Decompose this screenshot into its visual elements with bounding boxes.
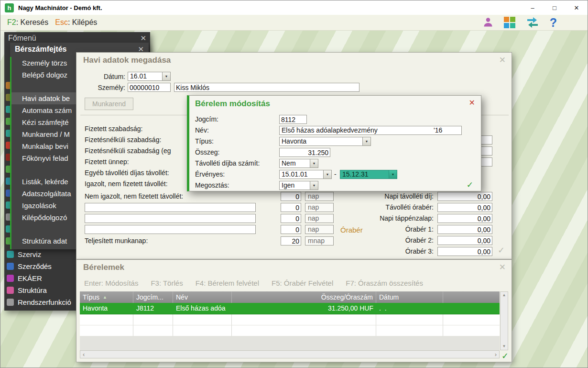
close-icon[interactable]: ✕ (499, 262, 506, 272)
cell-osszeg: 31.250,00 HUF (232, 303, 376, 314)
name-label: Név: (195, 126, 209, 135)
ekaer-icon (7, 275, 14, 282)
header-osszeg[interactable]: Összeg/Óraszám (232, 291, 376, 303)
absence-hourly-input[interactable] (437, 203, 492, 212)
header-label: Típus (83, 291, 99, 303)
scroll-down-icon[interactable]: ▼ (502, 345, 506, 348)
extra-absence-input[interactable] (85, 214, 256, 223)
unit-box: nap (305, 192, 334, 201)
vertical-scrollbar[interactable]: ▲ ▼ (500, 291, 508, 350)
header-nev[interactable]: Név (173, 291, 232, 303)
sickpay-base-input[interactable] (437, 214, 492, 223)
command-delete[interactable]: F3: Törlés (151, 279, 183, 287)
header-tipus[interactable]: Típus ▲ (80, 291, 133, 303)
menubar: F2: Keresés Esc: Kilépés ? (0, 15, 588, 31)
command-add-hourly[interactable]: F5: Órabér Felvétel (272, 279, 333, 287)
sidebar-item-szerzodes[interactable]: Szerződés (4, 260, 86, 272)
hourly-1-input[interactable] (437, 225, 492, 234)
search-label: : Keresés (16, 18, 49, 26)
close-icon[interactable]: ✕ (469, 98, 475, 107)
extra-absence-input[interactable] (85, 225, 256, 234)
sidebar-item-struktura[interactable]: Struktúra (4, 284, 86, 296)
name-input[interactable]: Első házas adóalapkedvezmény '16 (279, 126, 462, 135)
chevron-down-icon[interactable]: ▼ (162, 72, 170, 80)
modules-icon[interactable] (504, 17, 515, 28)
menu-exit[interactable]: Esc: Kilépés (55, 18, 97, 27)
worked-days-input[interactable] (281, 236, 301, 245)
hourly-3-input[interactable] (437, 247, 492, 256)
date-select[interactable]: 16.01 ▼ (128, 72, 171, 81)
command-hours-summary[interactable]: F7: Óraszám összesítés (346, 279, 423, 287)
header-label: Név (176, 291, 188, 303)
menu-search[interactable]: F2: Keresés (7, 18, 48, 27)
sickpay-base-label: Napi táppénzalap: (347, 214, 434, 223)
close-button[interactable]: ✕ (566, 0, 588, 15)
fomenu-close-icon[interactable]: ✕ (140, 34, 146, 43)
name-year-suffix: '16 (434, 126, 442, 134)
type-select[interactable]: Havonta ▼ (279, 137, 371, 146)
confirm-check-icon[interactable]: ✓ (467, 180, 473, 190)
confirm-check-icon[interactable]: ✓ (498, 245, 505, 256)
header-datum[interactable]: Dátum (376, 291, 443, 303)
daily-absence-fee-label: Napi távolléti díj: (347, 192, 434, 201)
command-modify[interactable]: Enter: Módosítás (84, 279, 138, 287)
sidebar-item-szerviz[interactable]: Szerviz (4, 248, 86, 260)
amount-input[interactable] (279, 148, 330, 157)
table-row-selected[interactable]: Havonta J8112 Első házas adóa 31.250,00 … (80, 303, 500, 314)
valid-from-value: 15.01.01 (280, 170, 323, 178)
valid-to-select[interactable]: 15.12.31 ▼ (340, 170, 397, 179)
sync-icon[interactable] (526, 16, 539, 29)
wage-item-modal: Bérelem módosítás ✕ Jogcím: Név: Első há… (187, 95, 481, 191)
minimize-button[interactable]: – (522, 0, 544, 15)
valid-from-select[interactable]: 15.01.01 ▼ (279, 170, 332, 179)
horizontal-scrollbar[interactable]: ‹ › (80, 350, 500, 358)
value-input[interactable] (281, 225, 301, 234)
legal-title-input[interactable] (279, 115, 307, 124)
date-range-dash: - (334, 170, 337, 179)
daily-absence-fee-input[interactable] (437, 192, 492, 201)
hourly-3-label: Órabér 3: (347, 247, 434, 256)
chevron-down-icon[interactable]: ▼ (310, 181, 318, 190)
sharing-select[interactable]: Igen ▼ (279, 181, 318, 190)
hourly-2-label: Órabér 2: (347, 236, 434, 245)
help-icon[interactable]: ? (550, 17, 557, 29)
table-row[interactable] (80, 325, 500, 336)
chevron-down-icon[interactable]: ▼ (323, 170, 331, 178)
sharing-value: Igen (280, 181, 310, 190)
confirm-check-icon[interactable]: ✓ (501, 351, 509, 361)
value-input[interactable] (281, 192, 301, 201)
user-icon[interactable] (483, 17, 493, 29)
value-input[interactable] (281, 214, 301, 223)
munkarend-button[interactable]: Munkarend (85, 98, 133, 110)
header-jogcim[interactable]: Jogcím... (133, 291, 173, 303)
cell-jogcim: J8112 (133, 303, 173, 314)
chevron-down-icon[interactable]: ▼ (310, 159, 318, 167)
chevron-down-icon[interactable]: ▼ (362, 137, 370, 145)
header-label: Összeg/Óraszám (321, 291, 373, 303)
sidebar-item-ekaer[interactable]: EKÁER (4, 272, 86, 284)
person-name-field[interactable] (174, 83, 359, 92)
valid-to-value: 15.12.31 (340, 170, 389, 178)
command-add-wage-item[interactable]: F4: Bérelem felvétel (196, 279, 259, 287)
app-window: Főmenü ✕ Szerviz Szerződés (0, 0, 588, 368)
scroll-left-icon[interactable]: ‹ (83, 351, 85, 357)
absence-fee-select[interactable]: Nem ▼ (279, 159, 318, 168)
person-code-field[interactable] (128, 83, 171, 92)
extra-absence-input[interactable] (85, 203, 256, 212)
structure-icon (7, 287, 14, 294)
modal-title: Bérelem módosítás (195, 99, 270, 109)
person-label: Személy: (91, 83, 125, 92)
titlebar: h Nagy Machinátor - Demó kft. – □ ✕ (0, 0, 588, 15)
sidebar-item-rendszerfunkcio[interactable]: Rendszerfunkció (4, 296, 86, 308)
worked-days-label: Teljesített munkanap: (85, 236, 259, 245)
hourly-2-input[interactable] (437, 236, 492, 245)
chevron-down-icon[interactable]: ▼ (389, 170, 397, 178)
payroll-panel-title: Bérszámfejtés (15, 45, 67, 54)
value-input[interactable] (281, 203, 301, 212)
table-row[interactable] (80, 314, 500, 325)
close-icon[interactable]: ✕ (499, 55, 506, 65)
window-controls: – □ ✕ (522, 0, 588, 15)
scroll-right-icon[interactable]: › (495, 351, 497, 357)
maximize-button[interactable]: □ (544, 0, 566, 15)
scroll-up-icon[interactable]: ▲ (502, 293, 506, 297)
